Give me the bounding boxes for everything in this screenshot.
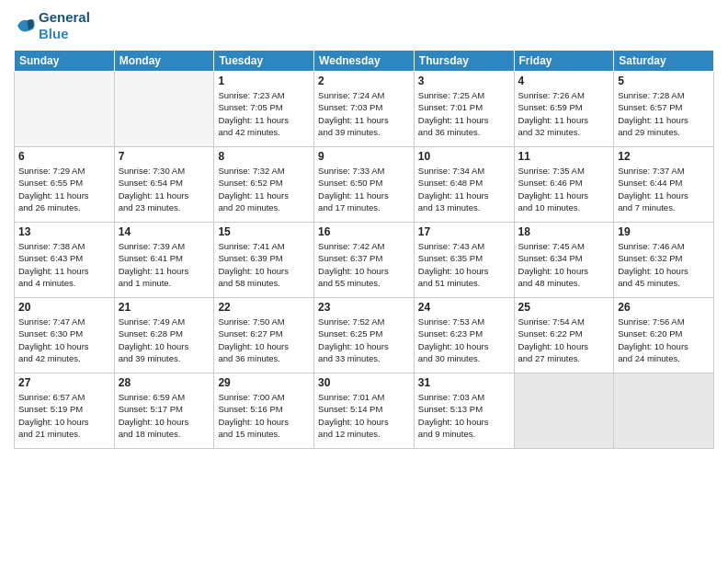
- calendar-cell: 14Sunrise: 7:39 AM Sunset: 6:41 PM Dayli…: [114, 223, 214, 298]
- day-number: 16: [318, 225, 410, 238]
- day-info: Sunrise: 7:52 AM Sunset: 6:25 PM Dayligh…: [318, 316, 410, 364]
- day-number: 27: [18, 376, 110, 389]
- calendar-cell: 4Sunrise: 7:26 AM Sunset: 6:59 PM Daylig…: [514, 72, 614, 147]
- day-number: 30: [318, 376, 410, 389]
- calendar-cell: 5Sunrise: 7:28 AM Sunset: 6:57 PM Daylig…: [614, 72, 714, 147]
- calendar-cell: 29Sunrise: 7:00 AM Sunset: 5:16 PM Dayli…: [214, 373, 314, 449]
- page: General Blue SundayMondayTuesdayWednesda…: [0, 0, 728, 563]
- day-info: Sunrise: 7:30 AM Sunset: 6:54 PM Dayligh…: [119, 165, 210, 213]
- day-number: 15: [218, 225, 310, 238]
- day-info: Sunrise: 7:41 AM Sunset: 6:39 PM Dayligh…: [218, 240, 310, 289]
- day-number: 10: [418, 150, 510, 163]
- day-number: 14: [119, 225, 210, 238]
- calendar-cell: 22Sunrise: 7:50 AM Sunset: 6:27 PM Dayli…: [214, 298, 314, 373]
- week-row-2: 6Sunrise: 7:29 AM Sunset: 6:55 PM Daylig…: [15, 147, 714, 223]
- calendar-cell: 3Sunrise: 7:25 AM Sunset: 7:01 PM Daylig…: [414, 72, 514, 147]
- day-number: 13: [18, 225, 110, 238]
- day-info: Sunrise: 7:43 AM Sunset: 6:35 PM Dayligh…: [418, 240, 510, 289]
- day-info: Sunrise: 7:26 AM Sunset: 6:59 PM Dayligh…: [518, 89, 610, 138]
- day-info: Sunrise: 6:59 AM Sunset: 5:17 PM Dayligh…: [119, 391, 210, 440]
- day-number: 18: [518, 225, 610, 238]
- weekday-header-monday: Monday: [114, 51, 214, 72]
- calendar-cell: [614, 373, 714, 449]
- day-number: 3: [418, 75, 510, 87]
- calendar-cell: 26Sunrise: 7:56 AM Sunset: 6:20 PM Dayli…: [614, 298, 714, 373]
- day-info: Sunrise: 7:33 AM Sunset: 6:50 PM Dayligh…: [318, 165, 410, 213]
- calendar-cell: 27Sunrise: 6:57 AM Sunset: 5:19 PM Dayli…: [15, 373, 115, 449]
- day-number: 17: [418, 225, 510, 238]
- day-info: Sunrise: 7:01 AM Sunset: 5:14 PM Dayligh…: [318, 391, 410, 440]
- calendar-cell: 2Sunrise: 7:24 AM Sunset: 7:03 PM Daylig…: [314, 72, 415, 147]
- day-number: 4: [518, 75, 610, 87]
- calendar-cell: 30Sunrise: 7:01 AM Sunset: 5:14 PM Dayli…: [314, 373, 415, 449]
- calendar-cell: 11Sunrise: 7:35 AM Sunset: 6:46 PM Dayli…: [514, 147, 614, 223]
- calendar-cell: 23Sunrise: 7:52 AM Sunset: 6:25 PM Dayli…: [314, 298, 415, 373]
- day-number: 25: [518, 301, 610, 314]
- weekday-header-tuesday: Tuesday: [214, 51, 314, 72]
- day-number: 1: [218, 75, 310, 87]
- calendar-cell: [15, 72, 115, 147]
- day-number: 6: [18, 150, 110, 163]
- day-number: 12: [618, 150, 710, 163]
- header: General Blue: [14, 9, 714, 42]
- day-info: Sunrise: 7:49 AM Sunset: 6:28 PM Dayligh…: [119, 316, 210, 364]
- day-info: Sunrise: 7:23 AM Sunset: 7:05 PM Dayligh…: [218, 89, 310, 138]
- calendar-cell: 6Sunrise: 7:29 AM Sunset: 6:55 PM Daylig…: [15, 147, 115, 223]
- logo: General Blue: [14, 9, 90, 42]
- calendar-cell: 25Sunrise: 7:54 AM Sunset: 6:22 PM Dayli…: [514, 298, 614, 373]
- day-info: Sunrise: 7:56 AM Sunset: 6:20 PM Dayligh…: [618, 316, 710, 364]
- day-info: Sunrise: 7:39 AM Sunset: 6:41 PM Dayligh…: [119, 240, 210, 289]
- day-number: 8: [218, 150, 310, 163]
- day-info: Sunrise: 7:37 AM Sunset: 6:44 PM Dayligh…: [618, 165, 710, 213]
- day-info: Sunrise: 7:46 AM Sunset: 6:32 PM Dayligh…: [618, 240, 710, 289]
- day-info: Sunrise: 7:00 AM Sunset: 5:16 PM Dayligh…: [218, 391, 310, 440]
- day-info: Sunrise: 7:03 AM Sunset: 5:13 PM Dayligh…: [418, 391, 510, 440]
- day-info: Sunrise: 7:34 AM Sunset: 6:48 PM Dayligh…: [418, 165, 510, 213]
- weekday-header-row: SundayMondayTuesdayWednesdayThursdayFrid…: [15, 51, 714, 72]
- logo-icon: [14, 15, 36, 37]
- day-number: 31: [418, 376, 510, 389]
- calendar-cell: [114, 72, 214, 147]
- week-row-3: 13Sunrise: 7:38 AM Sunset: 6:43 PM Dayli…: [15, 223, 714, 298]
- calendar-cell: 31Sunrise: 7:03 AM Sunset: 5:13 PM Dayli…: [414, 373, 514, 449]
- day-info: Sunrise: 7:29 AM Sunset: 6:55 PM Dayligh…: [18, 165, 110, 213]
- calendar-cell: 7Sunrise: 7:30 AM Sunset: 6:54 PM Daylig…: [114, 147, 214, 223]
- day-number: 23: [318, 301, 410, 314]
- day-info: Sunrise: 6:57 AM Sunset: 5:19 PM Dayligh…: [18, 391, 110, 440]
- day-number: 22: [218, 301, 310, 314]
- day-number: 5: [618, 75, 710, 87]
- day-info: Sunrise: 7:54 AM Sunset: 6:22 PM Dayligh…: [518, 316, 610, 364]
- day-number: 21: [119, 301, 210, 314]
- day-number: 2: [318, 75, 410, 87]
- week-row-4: 20Sunrise: 7:47 AM Sunset: 6:30 PM Dayli…: [15, 298, 714, 373]
- day-info: Sunrise: 7:28 AM Sunset: 6:57 PM Dayligh…: [618, 89, 710, 138]
- calendar-cell: 12Sunrise: 7:37 AM Sunset: 6:44 PM Dayli…: [614, 147, 714, 223]
- day-number: 28: [119, 376, 210, 389]
- day-number: 11: [518, 150, 610, 163]
- calendar-cell: 15Sunrise: 7:41 AM Sunset: 6:39 PM Dayli…: [214, 223, 314, 298]
- calendar-cell: 18Sunrise: 7:45 AM Sunset: 6:34 PM Dayli…: [514, 223, 614, 298]
- calendar-cell: 8Sunrise: 7:32 AM Sunset: 6:52 PM Daylig…: [214, 147, 314, 223]
- calendar-cell: 28Sunrise: 6:59 AM Sunset: 5:17 PM Dayli…: [114, 373, 214, 449]
- day-number: 9: [318, 150, 410, 163]
- day-number: 7: [119, 150, 210, 163]
- weekday-header-thursday: Thursday: [414, 51, 514, 72]
- calendar-cell: 13Sunrise: 7:38 AM Sunset: 6:43 PM Dayli…: [15, 223, 115, 298]
- day-info: Sunrise: 7:45 AM Sunset: 6:34 PM Dayligh…: [518, 240, 610, 289]
- day-info: Sunrise: 7:53 AM Sunset: 6:23 PM Dayligh…: [418, 316, 510, 364]
- day-info: Sunrise: 7:50 AM Sunset: 6:27 PM Dayligh…: [218, 316, 310, 364]
- calendar-cell: [514, 373, 614, 449]
- day-info: Sunrise: 7:38 AM Sunset: 6:43 PM Dayligh…: [18, 240, 110, 289]
- day-info: Sunrise: 7:35 AM Sunset: 6:46 PM Dayligh…: [518, 165, 610, 213]
- day-number: 24: [418, 301, 510, 314]
- logo-text: General Blue: [39, 9, 90, 42]
- day-info: Sunrise: 7:24 AM Sunset: 7:03 PM Dayligh…: [318, 89, 410, 138]
- calendar-cell: 20Sunrise: 7:47 AM Sunset: 6:30 PM Dayli…: [15, 298, 115, 373]
- calendar: SundayMondayTuesdayWednesdayThursdayFrid…: [14, 50, 714, 449]
- weekday-header-sunday: Sunday: [15, 51, 115, 72]
- day-number: 29: [218, 376, 310, 389]
- weekday-header-friday: Friday: [514, 51, 614, 72]
- calendar-cell: 21Sunrise: 7:49 AM Sunset: 6:28 PM Dayli…: [114, 298, 214, 373]
- week-row-1: 1Sunrise: 7:23 AM Sunset: 7:05 PM Daylig…: [15, 72, 714, 147]
- calendar-cell: 19Sunrise: 7:46 AM Sunset: 6:32 PM Dayli…: [614, 223, 714, 298]
